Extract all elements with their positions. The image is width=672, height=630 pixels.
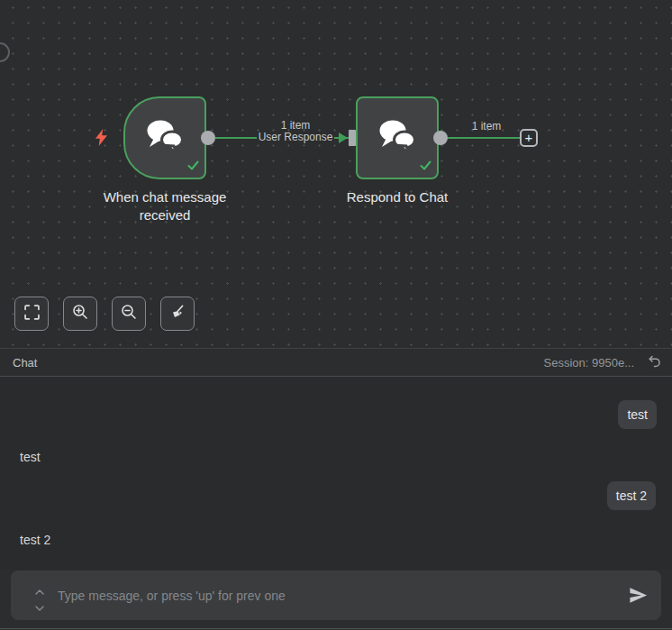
refresh-session-icon[interactable] bbox=[648, 355, 661, 372]
node1-output-port[interactable] bbox=[201, 131, 215, 145]
trigger-bolt-icon bbox=[95, 129, 108, 150]
success-check-icon bbox=[187, 158, 199, 174]
chat-panel-title: Chat bbox=[13, 356, 37, 370]
history-next-icon[interactable] bbox=[35, 598, 44, 615]
connection1-labels: 1 item User Response bbox=[250, 120, 341, 143]
fit-view-icon bbox=[24, 305, 40, 324]
chat-input-container bbox=[11, 571, 661, 620]
node1-label: When chat message received bbox=[84, 188, 246, 224]
tidy-up-brush-icon bbox=[169, 304, 186, 324]
zoom-in-icon bbox=[72, 304, 88, 324]
workflow-canvas[interactable]: 1 item User Response 1 item + When chat … bbox=[0, 0, 672, 349]
fit-view-button[interactable] bbox=[14, 297, 49, 331]
chat-bubbles-icon bbox=[144, 118, 186, 158]
side-panel-handle[interactable] bbox=[0, 42, 10, 62]
chat-message-user: test 2 bbox=[607, 481, 656, 510]
node2-input-port[interactable] bbox=[349, 130, 356, 146]
success-check-icon bbox=[420, 158, 431, 174]
history-prev-icon[interactable] bbox=[35, 582, 44, 598]
chat-message-bot: test bbox=[20, 450, 41, 464]
chat-message-user: test bbox=[618, 400, 657, 429]
bottom-divider bbox=[0, 628, 672, 629]
node-when-chat-message-received[interactable] bbox=[123, 96, 206, 179]
connection-line-2[interactable] bbox=[448, 137, 521, 139]
node2-output-port[interactable] bbox=[433, 131, 448, 145]
send-message-button[interactable] bbox=[628, 585, 649, 608]
add-node-button[interactable]: + bbox=[520, 129, 538, 147]
send-icon bbox=[628, 595, 649, 608]
node-respond-to-chat[interactable] bbox=[356, 96, 439, 179]
chat-message-bot: test 2 bbox=[20, 533, 50, 547]
chat-message-input[interactable] bbox=[58, 571, 571, 620]
tidy-up-button[interactable] bbox=[160, 297, 195, 331]
zoom-out-button[interactable] bbox=[112, 297, 146, 331]
zoom-in-button[interactable] bbox=[63, 297, 97, 331]
chat-messages-area[interactable]: test test test 2 test 2 bbox=[0, 377, 672, 570]
connection2-items-label: 1 item bbox=[441, 120, 531, 132]
chat-header: Chat Session: 9950e... bbox=[0, 349, 672, 376]
zoom-out-icon bbox=[121, 304, 137, 324]
canvas-toolbar bbox=[14, 297, 195, 331]
chat-bubbles-icon bbox=[377, 118, 418, 158]
session-id-label: Session: 9950e... bbox=[544, 356, 634, 370]
connection1-output-label: User Response bbox=[257, 132, 335, 143]
message-history-nav bbox=[35, 571, 44, 620]
node2-label: Respond to Chat bbox=[316, 188, 478, 206]
